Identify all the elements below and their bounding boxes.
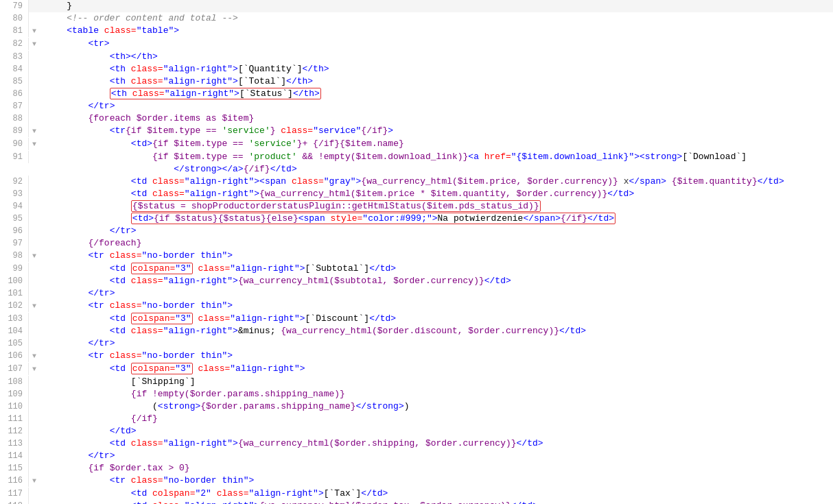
- code-line-93: 93 <td class="align-right">{wa_currency_…: [0, 188, 833, 200]
- fold-113[interactable]: [29, 437, 40, 438]
- line-content-86: <th class="align-right">[`Status`]</th>: [40, 88, 833, 100]
- code-line-118: 118 <td class="align-right">{wa_currency…: [0, 500, 833, 504]
- line-num-113: 113: [0, 437, 29, 450]
- line-num-107: 107: [0, 363, 29, 375]
- fold-118[interactable]: [29, 500, 40, 501]
- line-num-106: 106: [0, 350, 29, 362]
- fold-110[interactable]: [29, 400, 40, 401]
- line-content-116: <tr class="no-border thin">: [40, 475, 833, 487]
- fold-114[interactable]: [29, 450, 40, 451]
- line-num-88: 88: [0, 112, 29, 125]
- fold-111[interactable]: [29, 413, 40, 413]
- code-line-95: 95 <td>{if $status}{$status}{else}<span …: [0, 213, 833, 225]
- line-num-79: 79: [0, 0, 29, 12]
- line-content-95: <td>{if $status}{$status}{else}<span sty…: [40, 213, 833, 225]
- line-num-93: 93: [0, 188, 29, 200]
- line-num-95: 95: [0, 213, 29, 225]
- fold-102[interactable]: ▼: [29, 300, 40, 313]
- line-num-116: 116: [0, 475, 29, 487]
- line-num-83: 83: [0, 51, 29, 63]
- line-content-109: {if !empty($order.params.shipping_name)}: [40, 388, 833, 400]
- line-num-85: 85: [0, 75, 29, 88]
- fold-94[interactable]: [29, 200, 40, 201]
- fold-109[interactable]: [29, 388, 40, 389]
- fold-100[interactable]: [29, 275, 40, 276]
- line-content-106: <tr class="no-border thin">: [40, 350, 833, 362]
- fold-115[interactable]: [29, 462, 40, 463]
- code-line-90: 90 ▼ <td>{if $item.type == 'service'}+ {…: [0, 138, 833, 151]
- code-line-111: 111 {/if}: [0, 413, 833, 425]
- fold-83[interactable]: [29, 51, 40, 51]
- code-line-98: 98 ▼ <tr class="no-border thin">: [0, 250, 833, 263]
- line-content-101: </tr>: [40, 287, 833, 300]
- line-num-112: 112: [0, 425, 29, 437]
- fold-95[interactable]: [29, 213, 40, 213]
- fold-107[interactable]: ▼: [29, 363, 40, 376]
- fold-96[interactable]: [29, 225, 40, 226]
- fold-91[interactable]: [29, 151, 40, 152]
- fold-92[interactable]: [29, 176, 40, 176]
- line-num-103: 103: [0, 313, 29, 325]
- fold-85[interactable]: [29, 75, 40, 76]
- fold-105[interactable]: [29, 337, 40, 338]
- fold-106[interactable]: ▼: [29, 350, 40, 363]
- code-line-85: 85 <th class="align-right">[`Total`]</th…: [0, 75, 833, 88]
- fold-84[interactable]: [29, 63, 40, 64]
- line-content-104: <td class="align-right">&minus; {wa_curr…: [40, 325, 833, 337]
- fold-88[interactable]: [29, 112, 40, 113]
- line-num-84: 84: [0, 63, 29, 75]
- code-line-108: 108 [`Shipping`]: [0, 376, 833, 388]
- fold-103[interactable]: [29, 313, 40, 313]
- fold-97[interactable]: [29, 237, 40, 238]
- code-line-106: 106 ▼ <tr class="no-border thin">: [0, 350, 833, 363]
- fold-108[interactable]: [29, 376, 40, 376]
- code-line-115: 115 {if $order.tax > 0}: [0, 462, 833, 475]
- fold-104[interactable]: [29, 325, 40, 326]
- line-content-113: <td class="align-right">{wa_currency_htm…: [40, 437, 833, 450]
- line-num-102: 102: [0, 300, 29, 312]
- fold-86[interactable]: [29, 88, 40, 88]
- line-content-117: <td colspan="2" class="align-right">[`Ta…: [40, 488, 833, 500]
- line-content-94: {$status = shopProductorderstatusPlugin:…: [40, 200, 833, 213]
- fold-79[interactable]: [29, 0, 40, 1]
- fold-90[interactable]: ▼: [29, 138, 40, 151]
- line-num-100: 100: [0, 275, 29, 287]
- line-content-112: </td>: [40, 425, 833, 437]
- fold-80[interactable]: [29, 12, 40, 13]
- fold-93[interactable]: [29, 188, 40, 189]
- fold-112[interactable]: [29, 425, 40, 426]
- code-line-91: 91 {if $item.type == 'product' && !empty…: [0, 151, 833, 176]
- line-content-97: {/foreach}: [40, 237, 833, 250]
- fold-82[interactable]: ▼: [29, 38, 40, 51]
- code-line-82: 82 ▼ <tr>: [0, 38, 833, 51]
- fold-81[interactable]: ▼: [29, 25, 40, 38]
- line-content-100: <td class="align-right">{wa_currency_htm…: [40, 275, 833, 287]
- code-line-84: 84 <th class="align-right">[`Quantity`]<…: [0, 63, 833, 75]
- line-content-84: <th class="align-right">[`Quantity`]</th…: [40, 63, 833, 75]
- fold-117[interactable]: [29, 488, 40, 488]
- fold-101[interactable]: [29, 287, 40, 288]
- code-line-94: 94 {$status = shopProductorderstatusPlug…: [0, 200, 833, 213]
- code-line-101: 101 </tr>: [0, 287, 833, 300]
- fold-98[interactable]: ▼: [29, 250, 40, 263]
- fold-116[interactable]: ▼: [29, 475, 40, 488]
- fold-99[interactable]: [29, 263, 40, 263]
- line-content-96: </tr>: [40, 225, 833, 237]
- line-content-107: <td colspan="3" class="align-right">: [40, 363, 833, 375]
- code-line-104: 104 <td class="align-right">&minus; {wa_…: [0, 325, 833, 337]
- line-num-117: 117: [0, 488, 29, 500]
- fold-87[interactable]: [29, 100, 40, 101]
- line-content-92: <td class="align-right"><span class="gra…: [40, 176, 833, 188]
- line-num-81: 81: [0, 25, 29, 37]
- line-num-98: 98: [0, 250, 29, 262]
- fold-89[interactable]: ▼: [29, 125, 40, 138]
- line-num-105: 105: [0, 337, 29, 350]
- code-line-79: 79 }: [0, 0, 833, 12]
- code-line-105: 105 </tr>: [0, 337, 833, 350]
- line-content-118: <td class="align-right">{wa_currency_htm…: [40, 500, 833, 504]
- line-num-109: 109: [0, 388, 29, 400]
- code-line-96: 96 </tr>: [0, 225, 833, 237]
- code-line-102: 102 ▼ <tr class="no-border thin">: [0, 300, 833, 313]
- line-num-94: 94: [0, 200, 29, 213]
- line-num-110: 110: [0, 400, 29, 413]
